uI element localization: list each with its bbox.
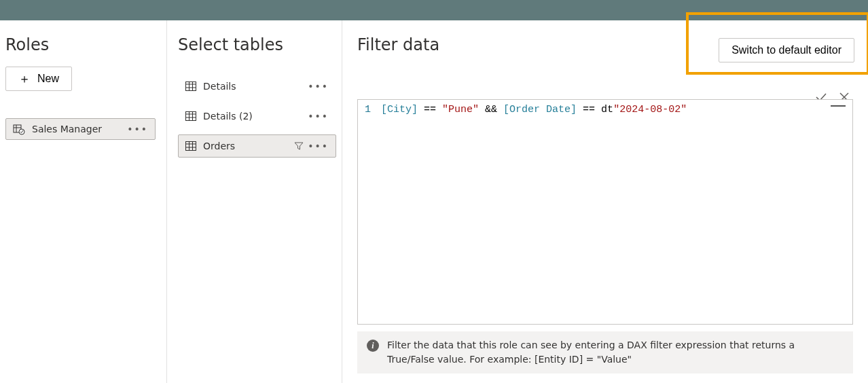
filter-icon	[294, 141, 304, 151]
minimap	[831, 105, 846, 107]
role-item[interactable]: Sales Manager •••	[5, 118, 156, 140]
more-icon[interactable]: •••	[308, 141, 329, 151]
table-icon	[185, 81, 196, 91]
tables-panel: Select tables Details •••	[167, 20, 342, 383]
svg-rect-9	[186, 112, 196, 121]
more-icon[interactable]: •••	[308, 81, 329, 92]
table-name: Orders	[203, 141, 235, 151]
role-icon	[13, 123, 25, 135]
table-name: Details	[203, 81, 236, 92]
info-message: i Filter the data that this role can see…	[357, 331, 853, 373]
svg-rect-4	[186, 82, 196, 91]
table-item[interactable]: Details (2) •••	[178, 105, 336, 128]
line-number: 1	[365, 104, 381, 115]
table-icon	[185, 141, 196, 151]
table-item[interactable]: Details •••	[178, 75, 336, 98]
plus-icon: ＋	[18, 73, 31, 85]
new-role-label: New	[37, 73, 59, 85]
table-item[interactable]: Orders •••	[178, 134, 336, 158]
role-name: Sales Manager	[32, 124, 102, 134]
new-role-button[interactable]: ＋ New	[5, 67, 72, 91]
info-text: Filter the data that this role can see b…	[387, 338, 844, 367]
tables-heading: Select tables	[178, 35, 336, 54]
highlight-annotation: Switch to default editor	[686, 12, 868, 75]
roles-panel: Roles ＋ New Sales Manager •••	[0, 20, 167, 383]
table-name: Details (2)	[203, 111, 253, 122]
main-content: Roles ＋ New Sales Manager •••	[0, 20, 868, 383]
switch-editor-button[interactable]: Switch to default editor	[719, 38, 854, 62]
filter-panel: Filter data Switch to default editor 1	[342, 20, 868, 383]
svg-rect-14	[186, 142, 196, 151]
more-icon[interactable]: •••	[308, 111, 329, 122]
roles-heading: Roles	[5, 35, 156, 54]
info-icon: i	[367, 340, 379, 352]
tables-list: Details ••• Details (2)	[178, 75, 336, 158]
more-icon[interactable]: •••	[127, 124, 148, 134]
code-content: [City] == "Pune" && [Order Date] == dt"2…	[381, 104, 687, 115]
dax-editor[interactable]: 1 [City] == "Pune" && [Order Date] == dt…	[357, 99, 853, 325]
table-icon	[185, 111, 196, 121]
